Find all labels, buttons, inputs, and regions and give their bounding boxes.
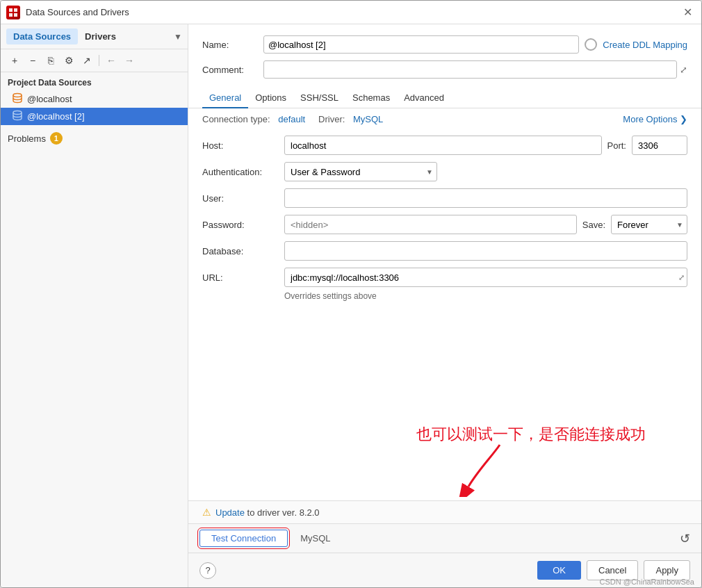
chevron-down-icon[interactable]: ▼ [174, 32, 182, 42]
save-select-wrap: Forever Until restart Never ▼ [611, 215, 687, 234]
svg-rect-3 [14, 13, 17, 17]
problems-badge: 1 [50, 132, 63, 145]
left-panel: Data Sources Drivers ▼ + − ⎘ ⚙ ↗ ← → Pro… [1, 24, 188, 587]
comment-label: Comment: [202, 65, 258, 75]
password-label: Password: [202, 220, 279, 230]
svg-rect-0 [9, 8, 13, 12]
create-ddl-link[interactable]: Create DDL Mapping [603, 40, 687, 50]
test-connection-button[interactable]: Test Connection [199, 530, 288, 547]
back-button[interactable]: ← [103, 52, 120, 69]
tree-item-label-2: @localhost [2] [27, 111, 85, 122]
toolbar-divider [99, 55, 99, 66]
tab-drivers[interactable]: Drivers [78, 28, 123, 44]
save-select[interactable]: Forever Until restart Never [611, 215, 687, 234]
tab-options[interactable]: Options [248, 88, 293, 108]
tree-item-localhost[interactable]: @localhost [1, 90, 188, 108]
svg-point-4 [13, 94, 22, 97]
content-tabs: General Options SSH/SSL Schemas Advanced [188, 88, 701, 108]
database-icon [12, 92, 23, 106]
port-label: Port: [607, 140, 626, 151]
add-button[interactable]: + [6, 52, 23, 69]
form-header: Name: Create DDL Mapping Comment: ⤢ [188, 24, 701, 85]
ok-button[interactable]: OK [537, 561, 581, 580]
database-icon-2 [12, 110, 23, 123]
comment-input[interactable] [263, 60, 677, 79]
tab-advanced[interactable]: Advanced [397, 88, 451, 108]
forward-button[interactable]: → [121, 52, 138, 69]
warning-icon: ⚠ [202, 507, 211, 518]
status-suffix: to driver ver. 8.2.0 [245, 507, 320, 518]
tab-data-sources[interactable]: Data Sources [6, 28, 78, 44]
section-header: Project Data Sources [1, 72, 188, 90]
app-icon [6, 6, 20, 19]
password-row: Password: Save: Forever Until restart Ne… [202, 215, 687, 234]
right-panel: Name: Create DDL Mapping Comment: ⤢ Gene… [188, 24, 701, 587]
copy-button[interactable]: ⎘ [42, 52, 59, 69]
problems-label: Problems [8, 133, 46, 144]
name-label: Name: [202, 40, 258, 50]
problems-row: Problems 1 [1, 128, 188, 149]
save-label: Save: [582, 220, 605, 230]
svg-point-5 [13, 111, 22, 115]
tab-sshssl[interactable]: SSH/SSL [293, 88, 345, 108]
name-row: Name: Create DDL Mapping [202, 35, 687, 54]
tree-item-localhost-2[interactable]: @localhost [2] [1, 108, 188, 125]
title-bar: Data Sources and Drivers ✕ [1, 1, 701, 24]
annotation-arrow [458, 441, 514, 497]
host-label: Host: [202, 140, 279, 151]
tab-general[interactable]: General [202, 88, 248, 108]
dialog-window: Data Sources and Drivers ✕ Data Sources … [0, 0, 702, 588]
port-input[interactable] [632, 136, 687, 155]
watermark: CSDN @ChinaRainbowSea [599, 578, 694, 586]
database-label: Database: [202, 246, 279, 256]
conn-type-value[interactable]: default [278, 114, 305, 124]
tab-schemas[interactable]: Schemas [345, 88, 397, 108]
url-input-wrap: ⤢ [284, 268, 687, 287]
driver-value[interactable]: MySQL [353, 114, 383, 124]
conn-type-row: Connection type: default Driver: MySQL M… [188, 108, 701, 130]
remove-button[interactable]: − [24, 52, 41, 69]
left-tabs-row: Data Sources Drivers ▼ [1, 24, 188, 49]
status-text: Update to driver ver. 8.2.0 [215, 507, 320, 518]
url-label: URL: [202, 272, 279, 283]
more-options-link[interactable]: More Options ❯ [623, 114, 687, 124]
database-input[interactable] [284, 241, 687, 261]
user-label: User: [202, 193, 279, 204]
auth-select-wrap: User & Password No auth SSH Tunnel ▼ [284, 162, 437, 181]
close-button[interactable]: ✕ [679, 4, 696, 21]
export-button[interactable]: ↗ [79, 52, 95, 69]
user-row: User: [202, 188, 687, 208]
dialog-body: Data Sources Drivers ▼ + − ⎘ ⚙ ↗ ← → Pro… [1, 24, 701, 587]
url-row: URL: ⤢ [202, 268, 687, 287]
annotation-text: 也可以测试一下，是否能连接成功 [416, 424, 646, 445]
annotation-area: 也可以测试一下，是否能连接成功 [188, 417, 701, 500]
conn-type-label: Connection type: [202, 114, 270, 124]
status-bar: ⚠ Update to driver ver. 8.2.0 [188, 500, 701, 523]
password-input[interactable] [284, 215, 577, 234]
port-group: Port: [607, 136, 687, 155]
expand-icon[interactable]: ⤢ [678, 273, 685, 282]
dialog-title: Data Sources and Drivers [26, 7, 679, 17]
comment-row: Comment: ⤢ [202, 60, 687, 79]
database-row: Database: [202, 241, 687, 261]
reset-button[interactable]: ↺ [680, 531, 690, 546]
radio-button[interactable] [585, 38, 597, 51]
help-button[interactable]: ? [199, 562, 216, 579]
fields-area: Host: Port: Authentication: User & Passw… [188, 130, 701, 417]
user-input[interactable] [284, 188, 687, 208]
settings-button[interactable]: ⚙ [60, 52, 77, 69]
name-input[interactable] [263, 35, 579, 54]
driver-label: Driver: [318, 114, 345, 124]
left-toolbar: + − ⎘ ⚙ ↗ ← → [1, 49, 188, 72]
url-input[interactable] [284, 268, 687, 287]
auth-label: Authentication: [202, 167, 279, 177]
overrides-note: Overrides settings above [202, 291, 687, 301]
auth-select[interactable]: User & Password No auth SSH Tunnel [284, 162, 437, 181]
svg-rect-2 [9, 13, 13, 17]
expand-icon[interactable]: ⤢ [680, 65, 687, 75]
save-group: Save: Forever Until restart Never ▼ [582, 215, 687, 234]
action-bar: Test Connection MySQL ↺ [188, 523, 701, 553]
auth-row: Authentication: User & Password No auth … [202, 162, 687, 181]
update-link[interactable]: Update [215, 507, 245, 518]
host-input[interactable] [284, 136, 602, 155]
